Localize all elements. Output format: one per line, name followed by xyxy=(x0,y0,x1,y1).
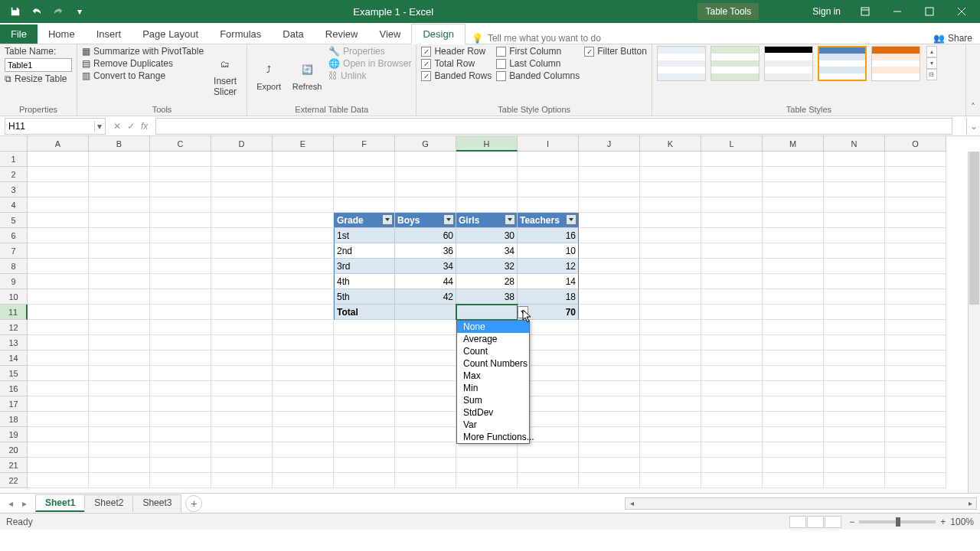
column-header[interactable]: O xyxy=(885,136,946,152)
minimize-icon[interactable] xyxy=(882,0,913,23)
cell[interactable] xyxy=(579,197,640,213)
cell[interactable] xyxy=(640,289,701,305)
cell[interactable] xyxy=(885,152,946,167)
cell[interactable] xyxy=(150,366,211,381)
cell[interactable] xyxy=(211,458,273,473)
cell[interactable] xyxy=(211,213,273,228)
column-header[interactable]: E xyxy=(273,136,334,152)
column-header[interactable]: I xyxy=(518,136,579,152)
table-style-thumb[interactable] xyxy=(871,46,920,81)
cell[interactable] xyxy=(273,228,334,243)
undo-icon[interactable] xyxy=(28,2,46,21)
cell[interactable]: 30 xyxy=(456,228,518,243)
cell[interactable] xyxy=(334,320,395,335)
cell[interactable] xyxy=(763,167,824,182)
filter-icon[interactable] xyxy=(382,214,393,225)
cell[interactable] xyxy=(763,458,824,473)
cell[interactable] xyxy=(701,259,763,274)
maximize-icon[interactable] xyxy=(914,0,945,23)
cell[interactable] xyxy=(763,213,824,228)
cell[interactable] xyxy=(150,152,211,167)
cell[interactable] xyxy=(150,458,211,473)
share-button[interactable]: 👥 Share xyxy=(933,33,980,44)
filter-icon[interactable] xyxy=(443,214,454,225)
qat-customize-icon[interactable]: ▾ xyxy=(70,2,89,21)
dropdown-item[interactable]: More Functions... xyxy=(457,431,529,443)
context-tab-table-tools[interactable]: Table Tools xyxy=(697,3,759,20)
zoom-slider[interactable] xyxy=(859,520,936,523)
cell[interactable] xyxy=(89,335,150,350)
cell[interactable] xyxy=(211,228,273,243)
cell[interactable] xyxy=(395,442,456,458)
cell[interactable] xyxy=(273,152,334,167)
cell[interactable] xyxy=(89,350,150,366)
cell[interactable] xyxy=(334,381,395,396)
filter-icon[interactable] xyxy=(505,214,515,225)
remove-duplicates-button[interactable]: ▤Remove Duplicates xyxy=(82,58,204,69)
cell[interactable] xyxy=(640,458,701,473)
cell[interactable] xyxy=(150,213,211,228)
cell[interactable] xyxy=(763,473,824,488)
cell[interactable] xyxy=(824,259,885,274)
cell[interactable]: 12 xyxy=(518,259,579,274)
row-header[interactable]: 10 xyxy=(0,289,28,305)
cell[interactable] xyxy=(150,350,211,366)
last-column-checkbox[interactable]: Last Column xyxy=(496,58,580,69)
cell[interactable] xyxy=(824,396,885,412)
sheet-tab[interactable]: Sheet1 xyxy=(35,494,85,512)
cell[interactable] xyxy=(28,259,89,274)
cell[interactable] xyxy=(701,228,763,243)
cell[interactable] xyxy=(824,366,885,381)
fx-icon[interactable]: fx xyxy=(141,121,148,132)
row-header[interactable]: 21 xyxy=(0,458,28,473)
cell[interactable]: Grade xyxy=(334,213,395,228)
row-header[interactable]: 22 xyxy=(0,473,28,488)
cell[interactable] xyxy=(211,259,273,274)
cell[interactable] xyxy=(273,427,334,442)
cell[interactable] xyxy=(28,335,89,350)
column-header[interactable]: J xyxy=(579,136,640,152)
cell[interactable] xyxy=(89,473,150,488)
cell[interactable] xyxy=(89,442,150,458)
row-header[interactable]: 12 xyxy=(0,320,28,335)
cell[interactable]: 36 xyxy=(395,243,456,259)
cell[interactable] xyxy=(640,213,701,228)
cell[interactable] xyxy=(885,366,946,381)
cell[interactable] xyxy=(640,412,701,427)
cell[interactable] xyxy=(28,228,89,243)
table-style-thumb[interactable] xyxy=(764,46,813,81)
cell[interactable] xyxy=(824,228,885,243)
spreadsheet-grid[interactable]: ABCDEFGHIJKLMNO 123456789101112131415161… xyxy=(0,136,980,493)
dropdown-item[interactable]: Average xyxy=(457,333,529,345)
cell[interactable] xyxy=(395,396,456,412)
cell[interactable] xyxy=(395,197,456,213)
cell[interactable] xyxy=(701,458,763,473)
cell[interactable] xyxy=(395,458,456,473)
gallery-more-icon[interactable]: ⊟ xyxy=(926,69,937,80)
cell[interactable] xyxy=(273,458,334,473)
cell[interactable] xyxy=(885,442,946,458)
cell[interactable] xyxy=(211,182,273,197)
cell[interactable] xyxy=(763,305,824,320)
cell[interactable] xyxy=(334,442,395,458)
row-header[interactable]: 5 xyxy=(0,213,28,228)
tab-view[interactable]: View xyxy=(368,24,411,44)
cell[interactable] xyxy=(456,197,518,213)
cell[interactable] xyxy=(273,412,334,427)
cell[interactable] xyxy=(395,350,456,366)
cell[interactable] xyxy=(763,442,824,458)
cell[interactable] xyxy=(273,335,334,350)
cell[interactable] xyxy=(28,305,89,320)
banded-rows-checkbox[interactable]: Banded Rows xyxy=(421,70,492,81)
ribbon-options-icon[interactable] xyxy=(850,0,880,23)
cell[interactable] xyxy=(211,152,273,167)
cell[interactable] xyxy=(579,412,640,427)
dropdown-item[interactable]: Min xyxy=(457,382,529,394)
column-header[interactable]: H xyxy=(456,136,518,152)
name-box-input[interactable] xyxy=(5,121,94,132)
cell[interactable] xyxy=(334,396,395,412)
resize-table-button[interactable]: ⧉Resize Table xyxy=(5,73,72,84)
banded-columns-checkbox[interactable]: Banded Columns xyxy=(496,70,580,81)
cell[interactable] xyxy=(579,228,640,243)
column-header[interactable]: C xyxy=(150,136,211,152)
